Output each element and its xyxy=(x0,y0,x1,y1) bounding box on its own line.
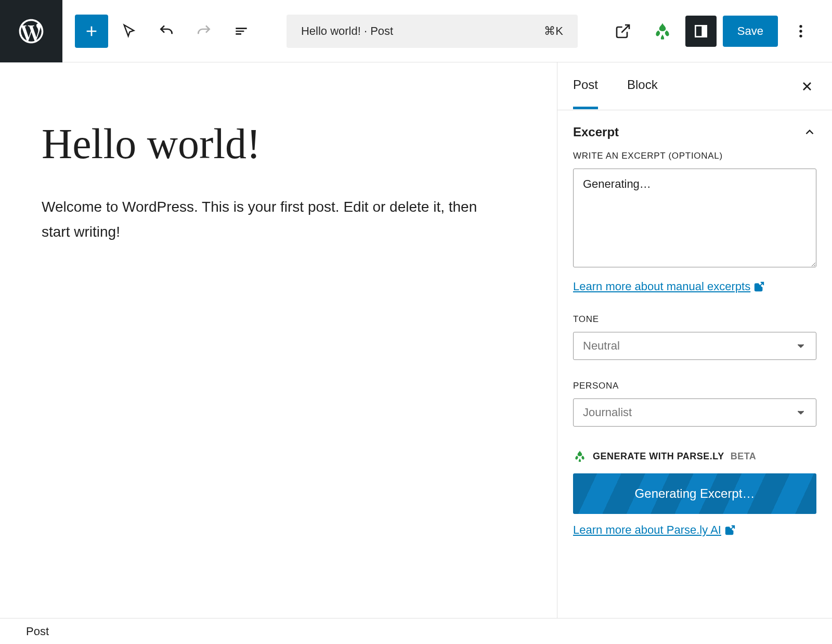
plus-icon xyxy=(83,23,100,40)
settings-sidebar: Post Block Excerpt WRITE AN EXCERPT (OPT… xyxy=(557,62,832,618)
svg-point-0 xyxy=(799,25,802,28)
breadcrumb-text[interactable]: Post xyxy=(26,625,49,638)
post-body[interactable]: Welcome to WordPress. This is your first… xyxy=(42,195,499,244)
learn-excerpts-link[interactable]: Learn more about manual excerpts xyxy=(573,280,765,293)
redo-icon xyxy=(196,23,212,40)
persona-value: Journalist xyxy=(583,406,632,419)
document-overview-button[interactable] xyxy=(225,15,258,48)
wp-logo-button[interactable] xyxy=(0,0,62,62)
editor-main: Hello world! Welcome to WordPress. This … xyxy=(0,62,832,618)
excerpt-panel-header[interactable]: Excerpt xyxy=(573,110,816,151)
panel-title: Excerpt xyxy=(573,125,619,139)
view-post-button[interactable] xyxy=(606,15,640,48)
svg-point-1 xyxy=(799,30,802,32)
list-view-icon xyxy=(233,23,250,40)
editor-canvas[interactable]: Hello world! Welcome to WordPress. This … xyxy=(0,62,557,618)
document-title-button[interactable]: Hello world! · Post ⌘K xyxy=(287,15,578,48)
options-button[interactable] xyxy=(784,15,817,48)
close-sidebar-button[interactable] xyxy=(797,76,817,97)
excerpt-panel: Excerpt WRITE AN EXCERPT (OPTIONAL) Lear… xyxy=(557,110,832,553)
sidebar-tabs: Post Block xyxy=(557,62,832,110)
tools-button[interactable] xyxy=(112,15,146,48)
cursor-icon xyxy=(121,23,137,40)
undo-button[interactable] xyxy=(150,15,183,48)
document-title-text: Hello world! · Post xyxy=(301,24,393,38)
chevron-down-icon xyxy=(795,340,807,352)
excerpt-textarea[interactable] xyxy=(573,169,816,267)
parsely-button[interactable] xyxy=(646,15,679,48)
excerpt-label: WRITE AN EXCERPT (OPTIONAL) xyxy=(573,151,816,161)
editor-toolbar: Hello world! · Post ⌘K Save xyxy=(0,0,832,62)
tab-post[interactable]: Post xyxy=(573,63,598,109)
persona-select[interactable]: Journalist xyxy=(573,398,816,427)
external-link-icon xyxy=(724,524,736,536)
link-text: Learn more about manual excerpts xyxy=(573,280,750,293)
beta-badge: BETA xyxy=(731,451,757,462)
tab-block[interactable]: Block xyxy=(627,63,658,109)
external-link-icon xyxy=(615,23,631,40)
post-title[interactable]: Hello world! xyxy=(42,120,515,169)
chevron-down-icon xyxy=(795,407,807,418)
generate-excerpt-button[interactable]: Generating Excerpt… xyxy=(573,473,816,514)
close-icon xyxy=(800,79,814,94)
undo-icon xyxy=(158,23,175,40)
tone-label: TONE xyxy=(573,314,816,325)
leaf-icon xyxy=(573,449,587,463)
svg-point-2 xyxy=(799,34,802,37)
learn-parsely-link[interactable]: Learn more about Parse.ly AI xyxy=(573,523,736,537)
tone-value: Neutral xyxy=(583,339,620,353)
settings-sidebar-toggle[interactable] xyxy=(685,16,717,47)
persona-label: PERSONA xyxy=(573,381,816,391)
leaf-icon xyxy=(653,21,672,41)
redo-button[interactable] xyxy=(187,15,220,48)
add-block-button[interactable] xyxy=(75,15,108,48)
tone-select[interactable]: Neutral xyxy=(573,332,816,360)
link-text: Learn more about Parse.ly AI xyxy=(573,523,721,537)
generate-label: GENERATE WITH PARSE.LY xyxy=(593,451,724,462)
command-shortcut: ⌘K xyxy=(544,24,563,38)
wordpress-icon xyxy=(17,17,46,46)
sidebar-icon xyxy=(693,23,709,40)
chevron-up-icon xyxy=(803,125,816,139)
external-link-icon xyxy=(753,281,765,292)
more-vertical-icon xyxy=(792,23,809,40)
generate-header: GENERATE WITH PARSE.LY BETA xyxy=(573,449,816,463)
save-button[interactable]: Save xyxy=(723,16,778,47)
breadcrumb-bar: Post xyxy=(0,618,832,644)
